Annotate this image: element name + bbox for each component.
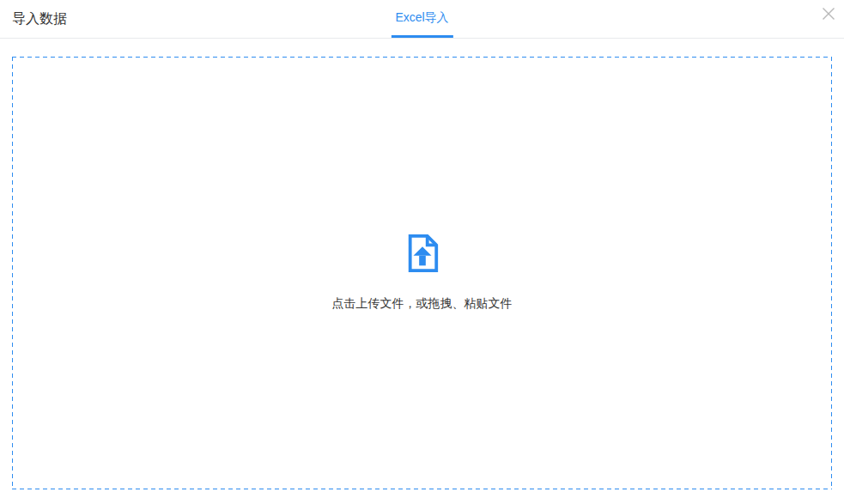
upload-hint: 点击上传文件，或拖拽、粘贴文件 [332, 295, 513, 313]
file-upload-icon [404, 234, 440, 276]
close-button[interactable] [818, 3, 839, 24]
import-data-dialog: 导入数据 Excel导入 [0, 0, 844, 504]
upload-dropzone[interactable]: 点击上传文件，或拖拽、粘贴文件 [12, 57, 832, 489]
dialog-header: 导入数据 Excel导入 [0, 0, 844, 39]
dialog-title: 导入数据 [12, 12, 67, 26]
tab-excel-import[interactable]: Excel导入 [391, 0, 452, 38]
close-icon [822, 7, 835, 21]
tab-excel-import-label: Excel导入 [395, 10, 448, 26]
